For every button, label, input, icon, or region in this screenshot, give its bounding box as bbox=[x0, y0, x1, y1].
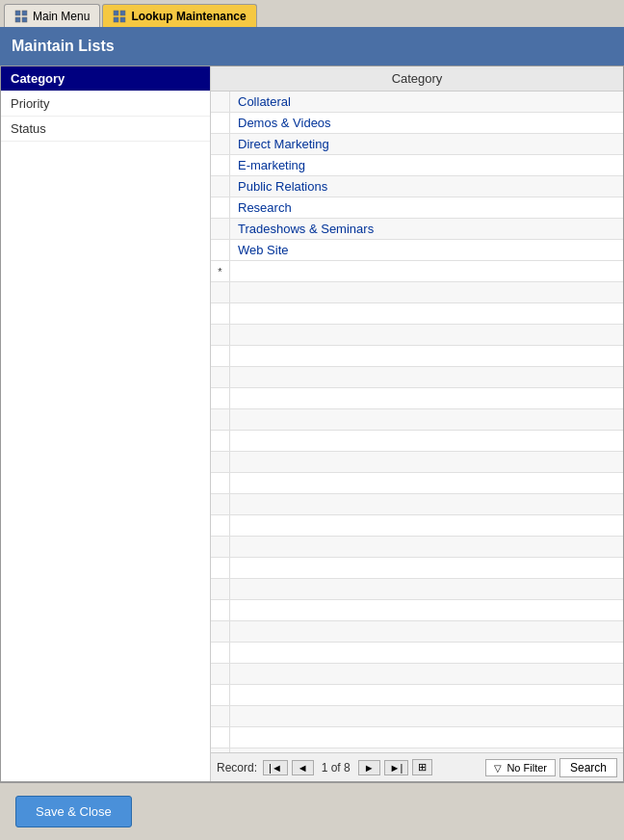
empty-row-indicator bbox=[211, 473, 230, 493]
main-content: Category Priority Status Category Collat… bbox=[0, 66, 624, 782]
empty-row bbox=[211, 537, 623, 558]
grid-icon-2 bbox=[113, 10, 126, 23]
empty-row-indicator bbox=[211, 409, 230, 430]
empty-row bbox=[211, 727, 623, 748]
empty-row bbox=[211, 325, 623, 346]
empty-row bbox=[211, 515, 623, 537]
empty-row-indicator bbox=[211, 325, 230, 345]
record-label: Record: bbox=[217, 761, 257, 774]
svg-rect-1 bbox=[22, 11, 27, 15]
nav-new-button[interactable]: ⊞ bbox=[412, 759, 432, 775]
table-row[interactable]: Tradeshows & Seminars bbox=[211, 219, 623, 240]
cell-value: Web Site bbox=[230, 240, 297, 260]
cell-value: Direct Marketing bbox=[230, 134, 337, 154]
empty-row-indicator bbox=[211, 282, 230, 302]
empty-row bbox=[211, 346, 623, 367]
row-indicator bbox=[211, 113, 230, 133]
empty-row bbox=[211, 558, 623, 579]
empty-row-indicator bbox=[211, 388, 230, 408]
row-indicator bbox=[211, 92, 230, 112]
empty-row-indicator bbox=[211, 431, 230, 451]
sidebar-item-status[interactable]: Status bbox=[1, 117, 210, 142]
record-count: 1 of 8 bbox=[322, 761, 351, 774]
table-row[interactable]: Direct Marketing bbox=[211, 134, 623, 155]
table-row[interactable]: Collateral bbox=[211, 92, 623, 113]
empty-row-indicator bbox=[211, 367, 230, 387]
sidebar-item-category[interactable]: Category bbox=[1, 66, 210, 92]
empty-row bbox=[211, 643, 623, 664]
empty-row-indicator bbox=[211, 579, 230, 599]
empty-row-indicator bbox=[211, 600, 230, 620]
table-row[interactable]: Research bbox=[211, 197, 623, 219]
cell-value: Tradeshows & Seminars bbox=[230, 219, 381, 239]
svg-rect-2 bbox=[15, 17, 20, 22]
svg-rect-0 bbox=[15, 11, 20, 15]
empty-row-indicator bbox=[211, 346, 230, 366]
svg-rect-6 bbox=[114, 17, 118, 22]
empty-row-indicator bbox=[211, 664, 230, 684]
empty-row-indicator bbox=[211, 706, 230, 726]
new-row[interactable]: * bbox=[211, 261, 623, 282]
row-indicator bbox=[211, 134, 230, 154]
row-indicator bbox=[211, 240, 230, 260]
cell-value: Demos & Videos bbox=[230, 113, 339, 133]
empty-row bbox=[211, 409, 623, 431]
cell-value: E-marketing bbox=[230, 155, 313, 175]
svg-rect-5 bbox=[120, 11, 125, 15]
empty-rows bbox=[211, 282, 623, 752]
page-title: Maintain Lists bbox=[12, 38, 115, 55]
empty-row bbox=[211, 303, 623, 325]
row-indicator bbox=[211, 155, 230, 175]
tab-lookup-maintenance-label: Lookup Maintenance bbox=[131, 10, 246, 23]
empty-row bbox=[211, 367, 623, 388]
empty-row bbox=[211, 494, 623, 515]
empty-row bbox=[211, 473, 623, 494]
nav-last-button[interactable]: ►| bbox=[384, 760, 409, 775]
row-indicator bbox=[211, 197, 230, 218]
table-row[interactable]: Public Relations bbox=[211, 176, 623, 197]
tab-main-menu-label: Main Menu bbox=[33, 10, 90, 23]
svg-rect-4 bbox=[114, 11, 118, 15]
page-title-bar: Maintain Lists bbox=[0, 27, 624, 66]
grid-icon bbox=[14, 10, 28, 23]
funnel-icon bbox=[494, 762, 504, 774]
empty-row bbox=[211, 579, 623, 600]
data-table[interactable]: Collateral Demos & Videos Direct Marketi… bbox=[211, 92, 623, 752]
save-close-button[interactable]: Save & Close bbox=[15, 796, 132, 827]
tab-main-menu[interactable]: Main Menu bbox=[4, 4, 100, 27]
empty-row bbox=[211, 685, 623, 706]
nav-first-button[interactable]: |◄ bbox=[263, 760, 288, 775]
empty-row-indicator bbox=[211, 727, 230, 748]
empty-row-indicator bbox=[211, 685, 230, 705]
empty-row bbox=[211, 431, 623, 452]
tab-lookup-maintenance[interactable]: Lookup Maintenance bbox=[102, 4, 256, 27]
empty-row-indicator bbox=[211, 515, 230, 536]
empty-row-indicator bbox=[211, 643, 230, 663]
navigation-bar: Record: |◄ ◄ 1 of 8 ► ►| ⊞ No Filter Sea… bbox=[211, 752, 623, 781]
cell-value: Research bbox=[230, 197, 299, 218]
empty-row-indicator bbox=[211, 494, 230, 514]
table-row[interactable]: Web Site bbox=[211, 240, 623, 261]
right-panel-header: Category bbox=[211, 66, 623, 92]
nav-next-button[interactable]: ► bbox=[358, 760, 380, 775]
empty-row-indicator bbox=[211, 537, 230, 557]
no-filter-button[interactable]: No Filter bbox=[485, 759, 556, 776]
new-row-indicator: * bbox=[211, 261, 230, 281]
row-indicator bbox=[211, 219, 230, 239]
svg-rect-3 bbox=[22, 17, 27, 22]
right-panel: Category Collateral Demos & Videos Direc… bbox=[211, 66, 623, 781]
empty-row bbox=[211, 452, 623, 473]
nav-prev-button[interactable]: ◄ bbox=[292, 760, 314, 775]
new-row-value bbox=[230, 269, 246, 275]
empty-row bbox=[211, 706, 623, 727]
sidebar-item-priority[interactable]: Priority bbox=[1, 92, 210, 117]
table-row[interactable]: E-marketing bbox=[211, 155, 623, 176]
empty-row bbox=[211, 600, 623, 621]
empty-row bbox=[211, 388, 623, 409]
row-indicator bbox=[211, 176, 230, 197]
empty-row-indicator bbox=[211, 558, 230, 578]
table-row[interactable]: Demos & Videos bbox=[211, 113, 623, 134]
empty-row-indicator bbox=[211, 621, 230, 642]
search-button[interactable]: Search bbox=[559, 758, 617, 777]
empty-row-indicator bbox=[211, 303, 230, 324]
